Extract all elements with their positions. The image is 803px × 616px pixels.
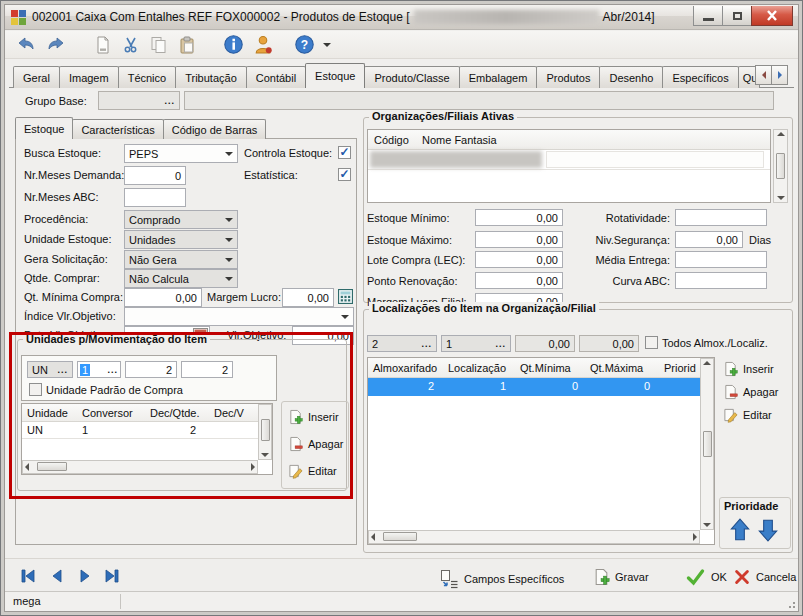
unidades-grid-row[interactable]: UN 1 2 [22, 422, 258, 439]
organizacoes-grid[interactable]: Código Nome Fantasia [367, 129, 771, 203]
curva-abc-input[interactable] [675, 272, 767, 289]
grupo-base-lookup[interactable]: ... [98, 91, 180, 110]
info-icon[interactable] [223, 34, 244, 55]
nav-last-icon[interactable] [103, 567, 123, 585]
loc-grid-header-qt-maxima[interactable]: Qt.Máxima [590, 362, 643, 374]
loc-editar-button[interactable]: Editar [723, 407, 772, 423]
cut-icon[interactable] [121, 35, 141, 55]
loc-grid-hscrollbar[interactable] [368, 530, 700, 544]
help-icon[interactable]: ? [294, 34, 315, 55]
loc-qt-minima-field[interactable]: 0,00 [515, 335, 575, 352]
tab-imagem[interactable]: Imagem [59, 66, 119, 88]
todos-almox-checkbox[interactable] [645, 336, 658, 349]
vscroll-thumb[interactable] [776, 153, 785, 179]
vscroll-down-icon[interactable] [777, 196, 785, 200]
loc-inserir-button[interactable]: Inserir [723, 361, 774, 377]
minimize-button[interactable] [693, 6, 723, 26]
unidade-estoque-combo[interactable]: Unidades [124, 230, 238, 249]
loc-grid-header-almoxarifado[interactable]: Almoxarifado [373, 362, 437, 374]
calculator-icon[interactable] [338, 289, 353, 304]
controla-estoque-checkbox[interactable]: ✓ [338, 146, 351, 159]
nav-previous-icon[interactable] [47, 567, 67, 585]
tab-tributacao[interactable]: Tributação [175, 66, 247, 88]
subtab-estoque[interactable]: Estoque [15, 117, 73, 139]
tab-produto-classe[interactable]: Produto/Classe [364, 66, 459, 88]
tab-desenho[interactable]: Desenho [599, 66, 663, 88]
hscroll-left-icon[interactable] [25, 463, 29, 471]
estatistica-checkbox[interactable]: ✓ [338, 168, 351, 181]
unidades-grid-header-dec-valor[interactable]: Dec/V [214, 407, 244, 419]
nav-first-icon[interactable] [17, 567, 37, 585]
vscroll-up-icon[interactable] [703, 361, 711, 365]
procedencia-combo[interactable]: Comprado [124, 210, 238, 229]
unidades-grid-vscrollbar[interactable] [258, 404, 272, 460]
cancela-button[interactable]: Cancela [733, 568, 796, 586]
tab-geral[interactable]: Geral [13, 66, 60, 88]
priority-down-icon[interactable] [757, 517, 779, 543]
qtde-comprar-combo[interactable]: Não Calcula [124, 269, 238, 288]
subtab-codigo-barras[interactable]: Código de Barras [163, 119, 267, 139]
user-icon[interactable] [252, 34, 274, 55]
paste-icon[interactable] [177, 35, 197, 55]
org-grid-row[interactable] [368, 150, 770, 170]
loc-grid-vscrollbar[interactable] [700, 358, 714, 530]
help-dropdown-icon[interactable] [323, 43, 331, 47]
unidades-grid-hscrollbar[interactable] [22, 460, 258, 474]
rotatividade-input[interactable] [675, 209, 767, 226]
org-grid-header-nome-fantasia[interactable]: Nome Fantasia [422, 134, 497, 146]
restore-button[interactable] [722, 6, 752, 26]
dec-qtde-field[interactable]: 2 [125, 361, 177, 378]
loc-localizacao-field[interactable]: 1... [441, 335, 511, 352]
campos-especificos-button[interactable]: Campos Específicos [439, 569, 564, 589]
loc-almoxarifado-field[interactable]: 2... [367, 335, 437, 352]
vscroll-thumb[interactable] [703, 431, 712, 457]
localizacoes-grid[interactable]: Almoxarifado Localização Qt.Mínima Qt.Má… [367, 357, 715, 545]
loc-apagar-button[interactable]: Apagar [723, 384, 778, 400]
tab-scroll-right-icon[interactable] [771, 65, 788, 85]
indice-vlr-objetivo-combo[interactable] [124, 307, 354, 326]
tab-scroll-left-icon[interactable] [755, 65, 772, 85]
nr-meses-abc-input[interactable] [124, 188, 186, 207]
hscroll-left-icon[interactable] [371, 533, 375, 541]
nav-next-icon[interactable] [75, 567, 95, 585]
loc-grid-selected-row[interactable]: 2 1 0 0 [368, 378, 700, 396]
unidade-code-field[interactable]: UN... [27, 361, 73, 378]
loc-qt-maxima-field[interactable]: 0,00 [579, 335, 639, 352]
conversor-field[interactable]: 1... [77, 361, 121, 378]
vscroll-up-icon[interactable] [777, 132, 785, 136]
unidades-grid[interactable]: Unidade Conversor Dec/Qtde. Dec/V UN 1 2 [21, 403, 273, 475]
copy-icon[interactable] [149, 35, 169, 55]
tab-contabil[interactable]: Contábil [246, 66, 306, 88]
dec-valor-field[interactable]: 2 [181, 361, 233, 378]
vscroll-thumb[interactable] [261, 419, 270, 441]
org-grid-header-codigo[interactable]: Código [374, 134, 409, 146]
hscroll-thumb[interactable] [37, 462, 67, 471]
busca-estoque-combo[interactable]: PEPS [124, 144, 238, 163]
tab-especificos[interactable]: Específicos [662, 66, 738, 88]
niv-seguranca-input[interactable]: 0,00 [675, 231, 743, 248]
media-entrega-input[interactable] [675, 251, 767, 268]
unidade-padrao-compra-checkbox[interactable] [29, 383, 42, 396]
close-button[interactable] [751, 6, 793, 26]
subtab-caracteristicas[interactable]: Características [72, 119, 163, 139]
tab-tecnico[interactable]: Técnico [118, 66, 177, 88]
unidades-editar-button[interactable]: Editar [288, 463, 337, 479]
hscroll-thumb[interactable] [383, 532, 417, 541]
priority-up-icon[interactable] [729, 517, 751, 543]
org-grid-vscrollbar[interactable] [773, 129, 788, 203]
unidades-apagar-button[interactable]: Apagar [288, 436, 343, 452]
gera-solicitacao-combo[interactable]: Não Gera [124, 250, 238, 269]
loc-grid-header-prioridade[interactable]: Priorid [664, 362, 696, 374]
unidades-inserir-button[interactable]: Inserir [288, 409, 339, 425]
nr-meses-demanda-input[interactable]: 0 [124, 166, 186, 185]
hscroll-right-icon[interactable] [693, 533, 697, 541]
margem-lucro-input[interactable]: 0,00 [282, 288, 334, 307]
undo-icon[interactable] [15, 35, 37, 55]
tab-produtos[interactable]: Produtos [536, 66, 600, 88]
loc-grid-header-qt-minima[interactable]: Qt.Mínima [520, 362, 571, 374]
vscroll-down-icon[interactable] [703, 523, 711, 527]
ok-button[interactable]: OK [685, 567, 727, 587]
redo-icon[interactable] [45, 35, 67, 55]
tab-embalagem[interactable]: Embalagem [459, 66, 538, 88]
gravar-button[interactable]: Gravar [593, 568, 649, 586]
